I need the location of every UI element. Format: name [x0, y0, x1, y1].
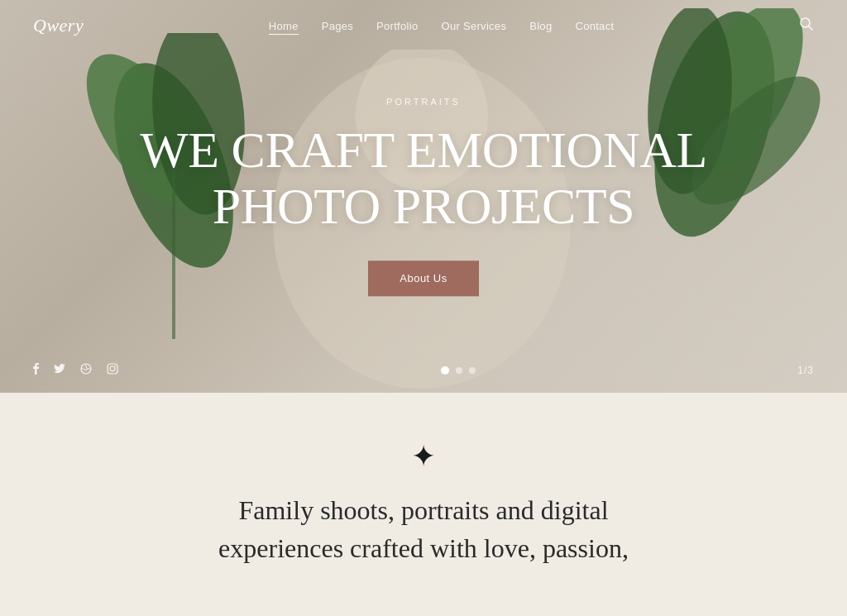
- navbar: Qwery Home Pages Portfolio Our Services …: [0, 0, 847, 51]
- about-text: Family shoots, portraits and digital exp…: [218, 491, 629, 568]
- twitter-icon[interactable]: [54, 364, 65, 377]
- site-logo[interactable]: Qwery: [33, 15, 84, 36]
- slide-counter: 1/3: [797, 365, 814, 376]
- svg-point-14: [110, 366, 115, 371]
- about-section: ✦ Family shoots, portraits and digital e…: [0, 393, 847, 616]
- svg-rect-13: [108, 364, 117, 374]
- nav-item-home[interactable]: Home: [269, 18, 299, 33]
- nav-item-pages[interactable]: Pages: [322, 18, 353, 33]
- nav-item-services[interactable]: Our Services: [441, 18, 506, 33]
- nav-item-portfolio[interactable]: Portfolio: [376, 18, 418, 33]
- about-us-button[interactable]: About Us: [368, 260, 478, 296]
- svg-line-11: [809, 26, 813, 30]
- nav-item-blog[interactable]: Blog: [529, 18, 552, 33]
- hero-title-line2: PHOTO PROJECTS: [213, 178, 634, 234]
- hero-title: WE CRAFT EMOTIONAL PHOTO PROJECTS: [134, 122, 713, 234]
- hero-content: PORTRAITS WE CRAFT EMOTIONAL PHOTO PROJE…: [134, 97, 713, 296]
- hero-subtitle: PORTRAITS: [134, 97, 713, 107]
- svg-point-15: [115, 365, 117, 367]
- slide-dots: [441, 366, 476, 375]
- facebook-icon[interactable]: [33, 363, 39, 378]
- social-links: [33, 363, 118, 378]
- hero-section: Qwery Home Pages Portfolio Our Services …: [0, 0, 847, 393]
- instagram-icon[interactable]: [107, 363, 118, 378]
- star-icon: ✦: [411, 442, 436, 471]
- hero-bottom-bar: 1/3: [0, 348, 847, 393]
- nav-links: Home Pages Portfolio Our Services Blog C…: [269, 18, 615, 33]
- search-icon[interactable]: [799, 17, 814, 36]
- hero-title-line1: WE CRAFT EMOTIONAL: [140, 122, 707, 178]
- dribbble-icon[interactable]: [80, 363, 92, 378]
- slide-dot-3[interactable]: [469, 367, 476, 374]
- slide-dot-1[interactable]: [441, 366, 449, 375]
- nav-item-contact[interactable]: Contact: [575, 18, 614, 33]
- slide-dot-2[interactable]: [456, 367, 462, 374]
